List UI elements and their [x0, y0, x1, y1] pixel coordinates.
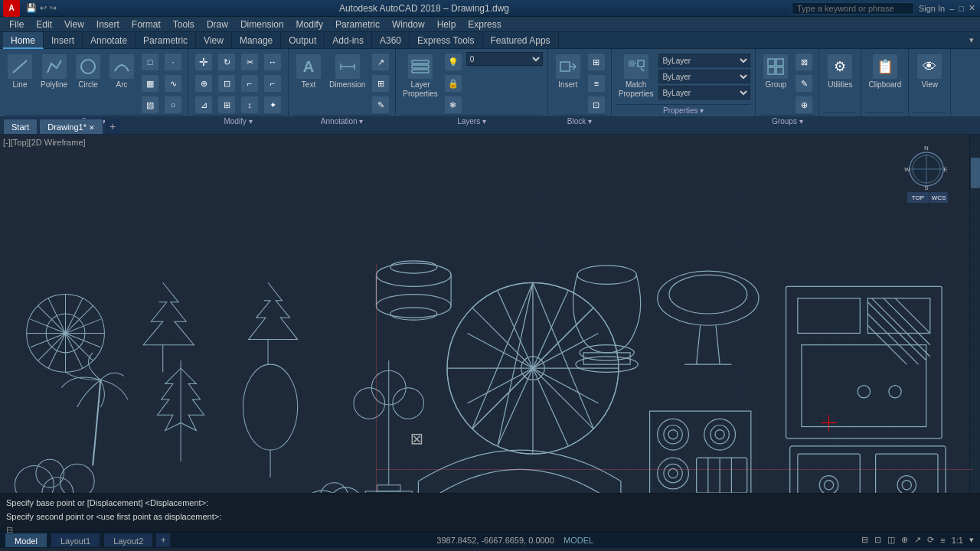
block-group-label[interactable]: Block ▾: [553, 115, 606, 127]
osnap-toggle[interactable]: ↗: [913, 535, 923, 545]
add-layout-button[interactable]: +: [156, 533, 170, 547]
draw-circle-button[interactable]: Circle: [73, 52, 103, 92]
define-attributes-button[interactable]: ≡: [586, 73, 606, 93]
tab-drawing1[interactable]: Drawing1* ✕: [39, 119, 103, 134]
modify-group-label[interactable]: Modify ▾: [193, 115, 283, 127]
draw-point-button[interactable]: ·: [163, 52, 183, 72]
utilities-button[interactable]: ⚙ Utilities: [825, 52, 855, 92]
layer-properties-button[interactable]: LayerProperties: [400, 52, 440, 101]
draw-hatch-button[interactable]: ▦: [140, 73, 160, 93]
modify-fillet-button[interactable]: ⌐: [239, 73, 260, 93]
model-tab[interactable]: Model: [5, 533, 47, 548]
tab-parametric[interactable]: Parametric: [136, 32, 196, 49]
annotation-dimension-button[interactable]: Dimension: [327, 52, 368, 92]
layers-group-label[interactable]: Layers ▾: [400, 115, 543, 127]
draw-spline-button[interactable]: ∿: [163, 73, 183, 93]
modify-extend-button[interactable]: ↔: [262, 52, 283, 72]
tab-output[interactable]: Output: [281, 32, 325, 49]
minimize-button[interactable]: –: [949, 4, 954, 13]
reference-button[interactable]: ⊡: [586, 95, 606, 115]
modify-explode-button[interactable]: ✦: [262, 95, 283, 115]
modify-copy-button[interactable]: ⊕: [193, 73, 214, 93]
draw-line-button[interactable]: Line: [5, 52, 35, 92]
menu-edit[interactable]: Edit: [30, 17, 58, 32]
menu-modify[interactable]: Modify: [290, 17, 329, 32]
quick-access-redo[interactable]: ↪: [50, 3, 57, 13]
leader-button[interactable]: ↗: [371, 52, 390, 72]
menu-parametric[interactable]: Parametric: [329, 17, 386, 32]
snap-toggle[interactable]: ⊡: [873, 535, 883, 545]
quick-access-undo[interactable]: ↩: [40, 3, 47, 13]
menu-file[interactable]: File: [3, 17, 30, 32]
grid-toggle[interactable]: ⊟: [860, 535, 870, 545]
layer-select[interactable]: 0: [466, 52, 543, 66]
color-select[interactable]: ByLayer: [658, 54, 750, 67]
ribbon-overflow[interactable]: ▾: [969, 35, 974, 45]
annotation-text-button[interactable]: A Text: [293, 52, 324, 92]
sign-in-button[interactable]: Sign In: [919, 4, 945, 13]
polar-toggle[interactable]: ⊕: [900, 535, 910, 545]
draw-arc-button[interactable]: Arc: [106, 52, 137, 92]
draw-rect-button[interactable]: □: [140, 52, 160, 72]
ortho-toggle[interactable]: ◫: [886, 535, 897, 545]
clipboard-button[interactable]: 📋 Clipboard: [866, 52, 903, 92]
annotation-group-label[interactable]: Annotation ▾: [293, 115, 390, 127]
menu-express[interactable]: Express: [462, 17, 507, 32]
modify-scale-button[interactable]: ⊿: [193, 95, 214, 115]
markup-button[interactable]: ✎: [371, 95, 390, 115]
close-tab-icon[interactable]: ✕: [89, 124, 95, 132]
menu-help[interactable]: Help: [431, 17, 462, 32]
groups-group-label[interactable]: Groups ▾: [760, 115, 814, 127]
tab-add-ins[interactable]: Add-ins: [325, 32, 372, 49]
menu-insert[interactable]: Insert: [90, 17, 126, 32]
tab-home[interactable]: Home: [3, 32, 44, 49]
tab-a360[interactable]: A360: [372, 32, 410, 49]
layout2-tab[interactable]: Layout2: [103, 533, 153, 548]
insert-block-button[interactable]: Insert: [553, 52, 583, 92]
modify-move-button[interactable]: ✛: [193, 52, 214, 72]
layer-off-button[interactable]: 🔒: [443, 73, 463, 93]
tab-start[interactable]: Start: [3, 119, 38, 134]
layout1-tab[interactable]: Layout1: [51, 533, 100, 548]
group-edit-button[interactable]: ✎: [794, 73, 814, 93]
table-button[interactable]: ⊞: [371, 73, 390, 93]
lineweight-toggle[interactable]: ≡: [939, 536, 946, 545]
modify-rotate-button[interactable]: ↻: [216, 52, 237, 72]
ungroup-button[interactable]: ⊠: [794, 52, 814, 72]
modify-stretch-button[interactable]: ↕: [239, 95, 260, 115]
dynmode-toggle[interactable]: ⟳: [926, 535, 936, 545]
tab-featured-apps[interactable]: Featured Apps: [483, 32, 559, 49]
modify-array-button[interactable]: ⊞: [216, 95, 237, 115]
menu-dimension[interactable]: Dimension: [234, 17, 290, 32]
tab-insert[interactable]: Insert: [44, 32, 83, 49]
group-select-button[interactable]: ⊕: [794, 95, 814, 115]
menu-format[interactable]: Format: [126, 17, 167, 32]
linetype-select[interactable]: ByLayer: [658, 70, 750, 83]
view-button[interactable]: 👁 View: [914, 52, 945, 92]
canvas-area[interactable]: [-][Top][2D Wireframe] N E S W TOP WCS: [0, 135, 980, 493]
statusbar-overflow[interactable]: ▾: [968, 535, 975, 545]
close-button[interactable]: ✕: [969, 3, 975, 13]
menu-tools[interactable]: Tools: [167, 17, 201, 32]
keyword-search[interactable]: [792, 2, 914, 15]
lineweight-select[interactable]: ByLayer: [658, 86, 750, 99]
menu-view[interactable]: View: [58, 17, 90, 32]
menu-window[interactable]: Window: [386, 17, 431, 32]
create-block-button[interactable]: ⊞: [586, 52, 606, 72]
layer-on-button[interactable]: 💡: [443, 52, 463, 72]
quick-access-save[interactable]: 💾: [26, 3, 37, 13]
group-button[interactable]: Group: [760, 52, 791, 92]
tab-manage[interactable]: Manage: [232, 32, 281, 49]
maximize-button[interactable]: □: [959, 4, 964, 13]
zoom-level[interactable]: 1:1: [950, 536, 965, 545]
draw-gradient-button[interactable]: ▧: [140, 95, 160, 115]
match-properties-button[interactable]: MatchProperties: [616, 52, 656, 101]
draw-ellipse-button[interactable]: ○: [163, 95, 183, 115]
menu-draw[interactable]: Draw: [201, 17, 234, 32]
layer-freeze-button[interactable]: ❄: [443, 95, 463, 115]
modify-trim-button[interactable]: ✂: [239, 52, 260, 72]
tab-express-tools[interactable]: Express Tools: [410, 32, 482, 49]
modify-mirror-button[interactable]: ⊡: [216, 73, 237, 93]
tab-view[interactable]: View: [196, 32, 232, 49]
properties-group-label[interactable]: Properties ▾: [616, 104, 751, 116]
